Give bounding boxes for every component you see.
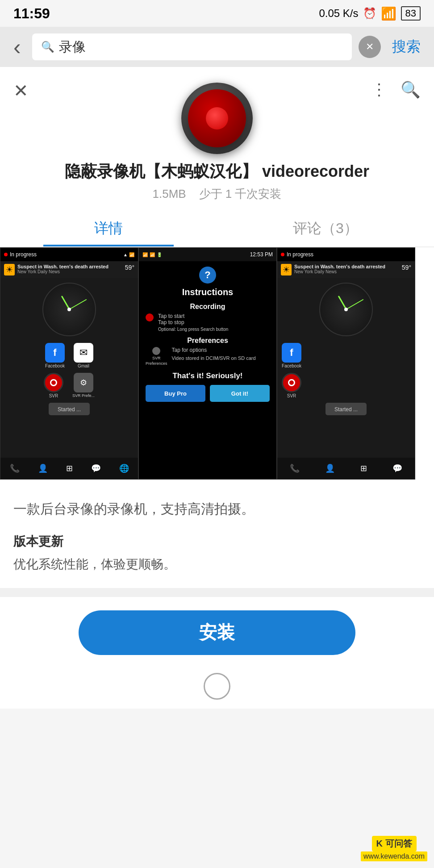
app-icon [181, 83, 253, 154]
home-indicator [0, 668, 434, 704]
home-circle[interactable] [204, 673, 230, 700]
battery-icon: 83 [401, 6, 421, 21]
screen1-status: In progress [10, 251, 37, 258]
status-right: 0.05 K/s ⏰ 📶 83 [319, 6, 421, 21]
screenshots-row: In progress ▲ 📶 ☀ Sus [0, 247, 434, 480]
tabs: 详情 评论（3） [0, 211, 434, 247]
screen2-stored-text: Video stored in DCIM/SVR on SD card [172, 355, 256, 361]
screenshot-1: In progress ▲ 📶 ☀ Sus [0, 247, 138, 480]
screen2-tap-start: Tap to start [158, 313, 228, 319]
header-right-actions: ⋮ 🔍 [371, 80, 421, 99]
screen2-tap-stop: Tap to stop [158, 319, 228, 326]
tab-reviews[interactable]: 评论（3） [217, 211, 434, 246]
screenshot-2: 📶 📶 🔋 12:53 PM ? Instr [138, 247, 277, 480]
app-meta: 1.5MB 少于 1 千次安装 [153, 186, 282, 202]
screen2-prefs-title: Preferences [187, 337, 228, 345]
close-button[interactable]: ✕ [13, 80, 29, 101]
question-icon: ? [204, 269, 210, 281]
app-header: ✕ ⋮ 🔍 隐蔽录像机【木蚂蚁汉化】 videorecorder 1.5MB 少… [0, 67, 434, 211]
got-it-button[interactable]: Got it! [210, 385, 270, 402]
screen2-final: That's it! Seriously! [172, 371, 242, 380]
screen1-headline: Suspect in Wash. teen's death arrested [17, 264, 108, 269]
screen3-temp: 59° [402, 264, 411, 271]
app-icon-inner [188, 89, 246, 147]
tab-details[interactable]: 详情 [0, 211, 217, 246]
screen1-source: New York Daily News [17, 269, 108, 274]
alarm-icon: ⏰ [363, 7, 376, 20]
search-app-button[interactable]: 🔍 [401, 80, 421, 99]
install-section: 安装 [0, 597, 434, 668]
clear-button[interactable]: ✕ [359, 36, 381, 58]
network-speed: 0.05 K/s [319, 7, 358, 20]
divider [0, 588, 434, 597]
status-bar: 11:59 0.05 K/s ⏰ 📶 83 [0, 0, 434, 27]
share-button[interactable]: ⋮ [371, 80, 387, 99]
version-update-title: 版本更新 [13, 533, 421, 550]
buy-pro-button[interactable]: Buy Pro [146, 385, 205, 402]
screen3-started: Started ... [334, 406, 358, 413]
search-query: 录像 [59, 38, 86, 56]
app-installs: 少于 1 千次安装 [199, 187, 282, 200]
app-size: 1.5MB [153, 187, 186, 200]
screen2-optional: Optional: Long press Search button [158, 327, 228, 332]
screen2-recording-title: Recording [190, 303, 225, 311]
screen2-prefs-label: Preferences [146, 361, 167, 366]
status-time: 11:59 [13, 5, 50, 22]
screen2-title: Instructions [182, 287, 233, 297]
app-description: 一款后台录像的录像机，支持高清拍摄。 [13, 498, 421, 520]
clear-icon: ✕ [366, 41, 374, 53]
search-icon: 🔍 [41, 41, 54, 53]
screenshots-section: In progress ▲ 📶 ☀ Sus [0, 247, 434, 480]
description-section: 一款后台录像的录像机，支持高清拍摄。 版本更新 优化系统性能，体验更顺畅。 [0, 485, 434, 588]
header-left-actions: ✕ [13, 80, 29, 101]
screen2-svr-label: SVR [152, 356, 161, 360]
screen3-source: New York Daily News [294, 269, 385, 274]
signal-icon: 📶 [381, 6, 396, 21]
screen3-status: In progress [287, 251, 313, 258]
search-button[interactable]: 搜索 [388, 33, 425, 61]
update-content: 优化系统性能，体验更顺畅。 [13, 555, 421, 575]
screen1-temp: 59° [125, 264, 134, 271]
screen1-started: Started ... [58, 406, 81, 413]
screen3-headline: Suspect in Wash. teen's death arrested [294, 264, 385, 269]
search-input-wrapper[interactable]: 🔍 录像 [32, 33, 352, 60]
screenshot-3: In progress ☀ Suspect in Wash. teen's de… [277, 247, 415, 480]
search-bar: ‹ 🔍 录像 ✕ 搜索 [0, 27, 434, 67]
screen2-time: 12:53 PM [250, 251, 273, 258]
back-button[interactable]: ‹ [9, 29, 25, 64]
install-button[interactable]: 安装 [79, 610, 355, 655]
watermark: K 可问答 www.kewenda.com [361, 836, 427, 861]
app-title: 隐蔽录像机【木蚂蚁汉化】 videorecorder [65, 161, 369, 183]
screen2-tap-options: Tap for options [172, 347, 256, 353]
